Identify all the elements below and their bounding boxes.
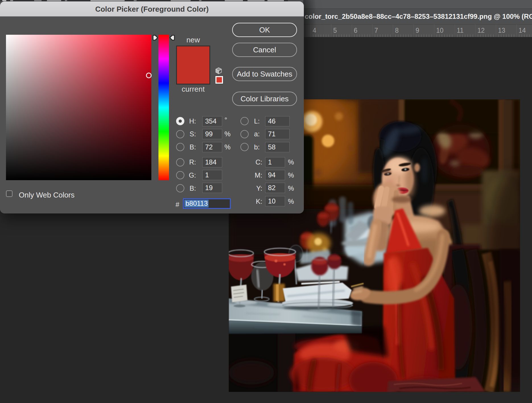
svg-text:11: 11 bbox=[457, 27, 464, 34]
svg-text:5: 5 bbox=[333, 27, 337, 34]
svg-text:13: 13 bbox=[498, 27, 505, 34]
svg-text:8: 8 bbox=[395, 27, 399, 34]
svg-text:6: 6 bbox=[354, 27, 358, 34]
svg-text:14: 14 bbox=[519, 27, 526, 34]
svg-text:9: 9 bbox=[416, 27, 419, 34]
svg-text:10: 10 bbox=[436, 27, 444, 34]
svg-text:12: 12 bbox=[477, 27, 485, 34]
svg-text:7: 7 bbox=[374, 27, 378, 34]
